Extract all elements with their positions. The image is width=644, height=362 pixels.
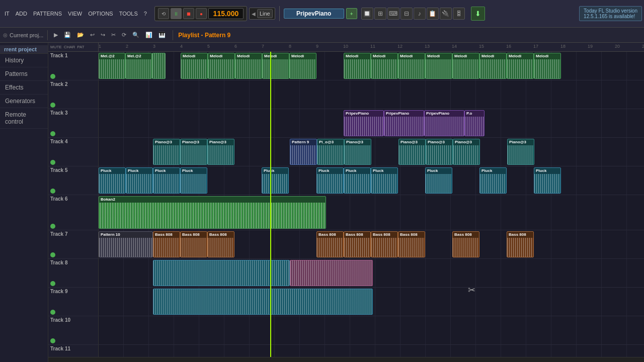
rewind-button[interactable]: ⟲: [158, 8, 169, 19]
toolbar-loop-btn[interactable]: ⟳: [120, 31, 128, 39]
toolbar-open-btn[interactable]: 📂: [75, 31, 86, 39]
track-mute-dot-1[interactable]: [50, 74, 55, 79]
clip-3-3[interactable]: P.o: [464, 110, 485, 136]
clip-1-2[interactable]: [152, 53, 166, 79]
clip-5-4[interactable]: Pluck: [262, 167, 289, 194]
menu-it[interactable]: IT: [2, 10, 12, 18]
clip-5-2[interactable]: Pluck: [153, 167, 180, 194]
clip-4-2[interactable]: Piano@3: [207, 139, 234, 165]
icon-6[interactable]: 📋: [427, 8, 439, 20]
clip-1-4[interactable]: Melodi: [208, 53, 235, 79]
track-mute-dot-5[interactable]: [50, 189, 55, 194]
clip-1-0[interactable]: Mel.@2: [99, 53, 125, 79]
icon-1[interactable]: 🔲: [361, 8, 373, 20]
clip-7-5[interactable]: Bass 808: [344, 231, 371, 257]
icon-5[interactable]: ♪: [414, 8, 426, 20]
clip-1-6[interactable]: Melodi: [262, 53, 289, 79]
add-pattern-button[interactable]: +: [346, 8, 357, 19]
clip-1-12[interactable]: Melodi: [452, 53, 479, 79]
track-mute-dot-2[interactable]: [50, 103, 55, 108]
clip-3-2[interactable]: PripevPiano: [424, 110, 464, 136]
clip-7-0[interactable]: Pattern 10: [99, 231, 153, 257]
clip-4-6[interactable]: Piano@3: [398, 139, 426, 165]
icon-4[interactable]: ⊟: [400, 8, 413, 20]
track-content-2[interactable]: [99, 80, 644, 109]
clip-7-4[interactable]: Bass 808: [316, 231, 344, 257]
clip-9-0[interactable]: [153, 289, 373, 315]
clip-4-7[interactable]: Piano@3: [426, 139, 453, 165]
toolbar-redo-btn[interactable]: ↪: [99, 31, 107, 39]
toolbar-meter-btn[interactable]: 📊: [143, 31, 154, 39]
clip-1-13[interactable]: Melodi: [479, 53, 507, 79]
clip-5-6[interactable]: Pluck: [344, 167, 371, 194]
clip-8-1[interactable]: [290, 260, 373, 286]
download-icon[interactable]: ⬇: [471, 7, 485, 21]
clip-7-1[interactable]: Bass 808: [153, 231, 180, 257]
stop-button[interactable]: ⏹: [183, 8, 194, 19]
track-content-9[interactable]: [99, 288, 644, 316]
clip-6-0[interactable]: Bokan2: [99, 196, 326, 229]
menu-add[interactable]: ADD: [13, 10, 30, 18]
clip-3-1[interactable]: PripevPiano: [384, 110, 424, 136]
track-mute-dot-4[interactable]: [50, 160, 55, 165]
track-content-11[interactable]: [99, 345, 644, 357]
menu-patterns[interactable]: PATTERNS: [31, 10, 64, 18]
menu-options[interactable]: OPTIONS: [86, 10, 116, 18]
clip-5-10[interactable]: Pluck: [534, 167, 561, 194]
clip-7-2[interactable]: Bass 808: [180, 231, 207, 257]
track-content-3[interactable]: PripevPianoPripevPianoPripevPianoP.o: [99, 109, 644, 137]
play-button[interactable]: ⏸: [171, 8, 182, 19]
sidebar-item-effects[interactable]: Effects: [0, 81, 48, 95]
clip-4-4[interactable]: Pi_o@3: [317, 139, 344, 165]
instrument-selector[interactable]: PripevPiano: [284, 9, 344, 19]
clip-1-14[interactable]: Melodi: [507, 53, 534, 79]
clip-4-9[interactable]: Piano@3: [507, 139, 534, 165]
toolbar-cut-btn[interactable]: ✂: [109, 31, 118, 39]
clip-7-8[interactable]: Bass 808: [452, 231, 479, 257]
clip-7-9[interactable]: Bass 808: [507, 231, 534, 257]
sidebar-item-remote[interactable]: Remote control: [0, 108, 48, 129]
icon-8[interactable]: 🎛: [453, 8, 465, 20]
menu-view[interactable]: VIEW: [65, 10, 85, 18]
track-content-5[interactable]: PluckPluckPluckPluckPluckPluckPluckPluck…: [99, 166, 644, 195]
clip-1-7[interactable]: Melodi: [289, 53, 316, 79]
toolbar-arrow-btn[interactable]: ▶: [52, 31, 60, 39]
record-button[interactable]: ●: [196, 8, 207, 19]
clip-5-0[interactable]: Pluck: [99, 167, 126, 194]
clip-1-9[interactable]: Melodi: [371, 53, 398, 79]
toolbar-undo-btn[interactable]: ↩: [88, 31, 97, 39]
clip-4-3[interactable]: Pattern 9: [290, 139, 317, 165]
clip-5-7[interactable]: Pluck: [371, 167, 398, 194]
track-content-6[interactable]: Bokan2: [99, 195, 644, 230]
track-mute-dot-9[interactable]: [50, 310, 55, 315]
track-content-1[interactable]: Mel.@2Mel.@2MelodiMelodiMelodiMelodiMelo…: [99, 52, 644, 80]
clip-5-8[interactable]: Pluck: [425, 167, 452, 194]
toolbar-zoom-btn[interactable]: 🔍: [130, 31, 141, 39]
icon-2[interactable]: ⊞: [374, 8, 386, 20]
track-mute-dot-7[interactable]: [50, 252, 55, 257]
track-mute-dot-6[interactable]: [50, 224, 55, 229]
track-mute-dot-8[interactable]: [50, 281, 55, 286]
clip-1-8[interactable]: Melodi: [344, 53, 371, 79]
clip-5-9[interactable]: Pluck: [479, 167, 507, 194]
clip-8-0[interactable]: [153, 260, 290, 286]
clip-1-5[interactable]: Melodi: [235, 53, 262, 79]
sidebar-item-history[interactable]: History: [0, 54, 48, 67]
clip-3-0[interactable]: PripevPiano: [344, 110, 384, 136]
track-content-7[interactable]: Pattern 10Bass 808Bass 808Bass 808Bass 8…: [99, 230, 644, 258]
line-selector[interactable]: Line: [257, 9, 273, 18]
clip-1-11[interactable]: Melodi: [425, 53, 452, 79]
clip-4-0[interactable]: Piano@3: [153, 139, 180, 165]
bpm-display[interactable]: 115.000: [208, 8, 244, 19]
sidebar-item-generators[interactable]: Generators: [0, 95, 48, 108]
track-content-10[interactable]: [99, 316, 644, 344]
toolbar-save-btn[interactable]: 💾: [62, 31, 73, 39]
clip-4-8[interactable]: Piano@3: [453, 139, 480, 165]
track-mute-dot-3[interactable]: [50, 131, 55, 136]
clip-5-5[interactable]: Pluck: [316, 167, 344, 194]
clip-1-3[interactable]: Melodi: [181, 53, 208, 79]
track-content-8[interactable]: [99, 259, 644, 287]
clip-5-3[interactable]: Pluck: [180, 167, 207, 194]
toolbar-piano-btn[interactable]: 🎹: [156, 31, 168, 39]
sidebar-item-patterns[interactable]: Patterns: [0, 67, 48, 81]
